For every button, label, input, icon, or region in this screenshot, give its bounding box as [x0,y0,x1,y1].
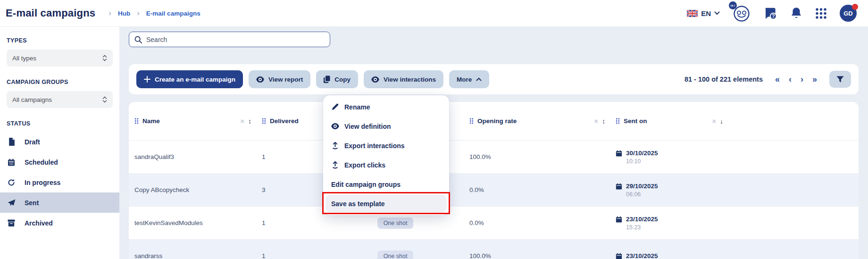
create-campaign-button[interactable]: Create an e-mail campaign [136,70,243,88]
calendar-icon [7,159,16,166]
drag-handle-icon[interactable] [469,118,474,124]
copy-button[interactable]: Copy [316,70,358,88]
menu-item-label: Export interactions [344,142,405,150]
uk-flag-icon [687,10,698,17]
app-window: E-mail campaigns › Hub › E-mail campaign… [0,0,868,259]
breadcrumb-current-link[interactable]: E-mail campaigns [146,10,200,17]
chevron-right-icon: › [137,8,140,18]
user-avatar[interactable]: GD [840,5,857,22]
plus-icon [144,76,150,83]
create-campaign-label: Create an e-mail campaign [155,76,235,83]
status-item-label: Scheduled [25,159,58,166]
types-section-label: TYPES [0,37,119,44]
cell-delivered: 3 [256,186,327,193]
types-select-value: All types [12,55,36,62]
sort-updown-icon[interactable]: ↕ [602,117,605,125]
menu-item-label: Save as template [331,200,385,208]
type-badge: One shot [377,251,414,259]
types-select[interactable]: All types [7,50,113,67]
menu-item-label: Edit campaign groups [331,181,401,188]
menu-item-save-as-template[interactable]: Save as template [326,195,447,212]
main-content: Create an e-mail campaign View report Co… [119,27,868,259]
notifications-button[interactable] [790,7,802,20]
view-report-button[interactable]: View report [249,70,310,88]
apps-grid-icon [815,8,827,19]
copy-icon [324,75,330,83]
menu-item-label: Rename [344,103,370,111]
column-header-opening-rate[interactable]: Opening rate × ↕ [464,117,610,125]
previous-page-button[interactable]: ‹ [789,75,792,84]
status-item-draft[interactable]: Draft [0,132,119,152]
breadcrumb-hub-link[interactable]: Hub [118,10,130,17]
status-item-scheduled[interactable]: Scheduled [0,152,119,172]
svg-text:?: ? [772,14,775,19]
language-selector[interactable]: EN [687,9,720,17]
table-row[interactable]: sandraQualif3 1 100.0% 30/10/202510:10 [129,141,859,174]
cell-opening-rate: 0.0% [464,219,610,226]
menu-item-view-definition[interactable]: View definition [323,117,449,136]
status-item-label: Draft [25,138,40,146]
sent-time: 06:06 [626,191,658,198]
calendar-icon [616,253,622,259]
campaign-groups-select[interactable]: All campaigns [7,91,113,108]
column-label: Name [142,117,160,125]
clear-sort-icon[interactable]: × [712,117,716,125]
status-item-sent[interactable]: Sent [0,192,119,213]
sent-time: 15:23 [626,224,658,231]
sent-date: 23/10/2025 [626,252,658,259]
filter-funnel-icon [836,76,844,83]
cell-opening-rate: 100.0% [464,252,610,259]
menu-item-export-clicks[interactable]: Export clicks [323,155,449,175]
cell-delivered: 1 [256,153,327,160]
help-chat-button[interactable]: ? [763,6,777,20]
column-header-name[interactable]: Name × ↕ [129,117,256,125]
sort-updown-icon[interactable]: ↕ [248,117,251,125]
language-label: EN [701,9,711,17]
clear-sort-icon[interactable]: × [240,117,244,125]
filters-sidebar: TYPES All types CAMPAIGN GROUPS All camp… [0,27,119,259]
status-list: Draft Scheduled In progress [0,132,119,233]
cell-sent-on: 23/10/2025 [610,252,728,259]
assistant-mascot-button[interactable]: Hi ! [733,4,751,22]
status-item-in-progress[interactable]: In progress [0,172,119,192]
table-row[interactable]: testKevinSavedModules 1 One shot 0.0% 23… [129,207,859,240]
search-bar [129,32,330,47]
status-item-label: Archived [25,219,53,227]
search-input[interactable] [146,36,325,43]
app-header: E-mail campaigns › Hub › E-mail campaign… [0,0,868,27]
drag-handle-icon[interactable] [616,118,620,124]
chevron-right-icon: › [108,8,111,18]
first-page-button[interactable]: « [775,75,780,84]
column-label: Sent on [624,117,647,125]
column-header-sent-on[interactable]: Sent on × ↓ [610,117,728,125]
paper-plane-icon [7,199,16,207]
menu-item-rename[interactable]: Rename [323,97,449,117]
sent-date: 30/10/2025 [626,150,658,157]
last-page-button[interactable]: » [812,75,817,84]
next-page-button[interactable]: › [801,75,803,84]
sent-date: 23/10/2025 [626,216,658,223]
drag-handle-icon[interactable] [134,118,139,124]
sent-date: 29/10/2025 [626,183,658,190]
cell-sent-on: 29/10/202506:06 [610,183,728,198]
drag-handle-icon[interactable] [262,118,266,124]
cell-opening-rate: 0.0% [464,186,610,193]
status-item-archived[interactable]: Archived [0,213,119,233]
table-row[interactable]: sandrarss 1 One shot 100.0% 23/10/2025 [129,240,859,259]
notification-dot-icon [852,4,858,10]
more-label: More [457,76,472,83]
filter-button[interactable] [829,71,851,88]
help-chat-icon: ? [763,6,777,20]
apps-grid-button[interactable] [815,8,827,19]
menu-item-export-interactions[interactable]: Export interactions [323,136,449,155]
table-row[interactable]: Copy ABcopycheck 3 0.0% 29/10/202506:06 [129,174,859,207]
clear-sort-icon[interactable]: × [594,117,598,125]
pencil-icon [331,103,339,110]
more-button[interactable]: More [449,70,489,88]
bell-icon [790,7,802,20]
view-interactions-button[interactable]: View interactions [364,70,443,88]
column-header-delivered[interactable]: Delivered [256,117,327,125]
page-title: E-mail campaigns [6,7,95,19]
sort-desc-icon[interactable]: ↓ [720,117,723,125]
menu-item-edit-campaign-groups[interactable]: Edit campaign groups [323,175,449,194]
